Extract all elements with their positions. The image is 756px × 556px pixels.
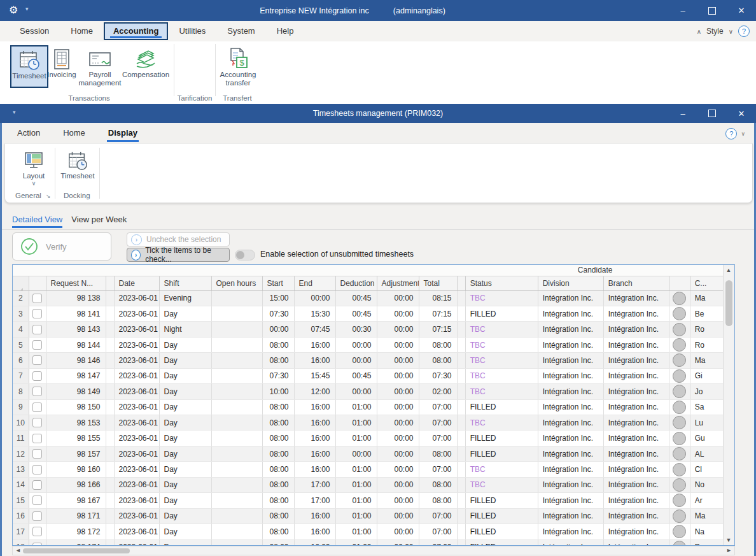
cell-division[interactable]: Intégration Inc.	[538, 368, 603, 383]
cell-adjustment[interactable]: 00:00	[377, 368, 419, 383]
cell-start[interactable]: 07:30	[262, 306, 294, 321]
dialog-tab-action[interactable]: Action	[6, 123, 52, 143]
cell-candidate[interactable]: Lu	[690, 415, 725, 431]
cell-total[interactable]: 07:15	[419, 322, 457, 337]
cell-avatar[interactable]	[669, 306, 690, 321]
cell-shift[interactable]: Day	[159, 539, 211, 546]
cell-total[interactable]: 02:00	[419, 384, 457, 399]
cell-request[interactable]: 98 171	[46, 508, 106, 524]
menu-tab-system[interactable]: System	[216, 22, 265, 41]
cell-deduction[interactable]: 01:00	[335, 477, 377, 492]
cell-end[interactable]: 12:00	[294, 384, 335, 399]
cell-adjustment[interactable]: 00:00	[377, 462, 419, 477]
cell-request[interactable]: 98 172	[46, 524, 106, 539]
row-checkbox[interactable]	[32, 495, 42, 505]
style-dropdown[interactable]: Style	[706, 27, 724, 36]
vertical-scroll-thumb[interactable]	[725, 280, 732, 326]
cell-candidate[interactable]: Ro	[690, 337, 725, 352]
cell-start[interactable]: 08:00	[262, 415, 294, 431]
cell-candidate[interactable]: Gi	[690, 368, 725, 383]
scroll-up-icon[interactable]: ▲	[724, 267, 734, 273]
cell-deduction[interactable]: 00:45	[335, 290, 377, 306]
cell-start[interactable]: 10:00	[262, 384, 294, 399]
row-checkbox[interactable]	[32, 340, 42, 350]
scroll-down-icon[interactable]: ▼	[724, 537, 734, 543]
row-checkbox[interactable]	[32, 325, 42, 334]
cell-date[interactable]: 2023-06-01	[114, 353, 159, 368]
cell-status[interactable]: FILLED	[465, 446, 538, 461]
row-checkbox-cell[interactable]	[29, 290, 46, 306]
cell-request[interactable]: 98 147	[46, 368, 106, 383]
row-checkbox-cell[interactable]	[29, 337, 46, 352]
cell-shift[interactable]: Day	[159, 415, 211, 431]
tab-view-per-week[interactable]: View per Week	[71, 215, 127, 228]
vertical-scrollbar[interactable]: ▲ ▼	[723, 265, 734, 545]
cell-candidate[interactable]: Ro	[690, 322, 725, 337]
cell-open-hours[interactable]	[211, 306, 262, 321]
cell-end[interactable]: 00:00	[294, 290, 335, 306]
row-number[interactable]: 9	[13, 399, 29, 415]
cell-avatar[interactable]	[669, 462, 690, 477]
cell-shift[interactable]: Day	[159, 337, 211, 352]
cell-end[interactable]: 15:45	[294, 368, 335, 383]
col-total[interactable]: Total	[419, 276, 457, 290]
row-checkbox[interactable]	[32, 434, 42, 443]
menu-tab-home[interactable]: Home	[60, 22, 104, 41]
cell-deduction[interactable]: 01:00	[335, 524, 377, 539]
cell-end[interactable]: 16:00	[294, 462, 335, 477]
cell-candidate[interactable]: Pa	[690, 539, 725, 546]
row-number[interactable]: 12	[13, 446, 29, 461]
cell-end[interactable]: 16:00	[294, 399, 335, 415]
row-checkbox-cell[interactable]	[29, 477, 46, 492]
cell-division[interactable]: Intégration Inc.	[538, 384, 603, 399]
row-number[interactable]: 14	[13, 477, 29, 492]
cell-total[interactable]: 08:00	[419, 493, 457, 508]
cell-deduction[interactable]: 01:00	[335, 508, 377, 524]
col-status[interactable]: Status	[465, 276, 538, 290]
row-number[interactable]: 3	[13, 306, 29, 321]
cell-shift[interactable]: Day	[159, 384, 211, 399]
menu-tab-utilities[interactable]: Utilities	[168, 22, 216, 41]
cell-open-hours[interactable]	[211, 415, 262, 431]
cell-shift[interactable]: Day	[159, 399, 211, 415]
cell-start[interactable]: 08:00	[262, 477, 294, 492]
cell-avatar[interactable]	[669, 539, 690, 546]
cell-total[interactable]: 07:30	[419, 368, 457, 383]
cell-total[interactable]: 08:15	[419, 290, 457, 306]
col-division[interactable]: Division	[538, 276, 603, 290]
row-checkbox[interactable]	[32, 371, 42, 381]
cell-end[interactable]: 16:00	[294, 337, 335, 352]
cell-request[interactable]: 98 160	[46, 462, 106, 477]
cell-status[interactable]: FILLED	[465, 431, 538, 446]
select-all-corner[interactable]	[13, 276, 29, 290]
cell-request[interactable]: 98 141	[46, 306, 106, 321]
row-checkbox[interactable]	[32, 418, 42, 427]
cell-division[interactable]: Intégration Inc.	[538, 415, 603, 431]
collapse-ribbon-icon[interactable]: ∧	[697, 28, 701, 35]
cell-division[interactable]: Intégration Inc.	[538, 477, 603, 492]
cell-deduction[interactable]: 00:30	[335, 322, 377, 337]
cell-adjustment[interactable]: 00:00	[377, 353, 419, 368]
cell-status[interactable]: TBC	[465, 290, 538, 306]
row-number[interactable]: 15	[13, 493, 29, 508]
cell-deduction[interactable]: 01:00	[335, 431, 377, 446]
row-number[interactable]: 4	[13, 322, 29, 337]
cell-deduction[interactable]: 01:00	[335, 399, 377, 415]
cell-avatar[interactable]	[669, 399, 690, 415]
dialog-minimize-button[interactable]: –	[668, 104, 697, 123]
row-checkbox[interactable]	[32, 387, 42, 396]
row-number[interactable]: 10	[13, 415, 29, 431]
cell-avatar[interactable]	[669, 493, 690, 508]
cell-avatar[interactable]	[669, 477, 690, 492]
cell-end[interactable]: 16:00	[294, 446, 335, 461]
cell-date[interactable]: 2023-06-01	[114, 337, 159, 352]
cell-branch[interactable]: Intégration Inc.	[603, 415, 669, 431]
row-number[interactable]: 7	[13, 368, 29, 383]
cell-open-hours[interactable]	[211, 353, 262, 368]
dialog-tab-display[interactable]: Display	[97, 123, 149, 143]
cell-shift[interactable]: Day	[159, 524, 211, 539]
cell-request[interactable]: 98 143	[46, 322, 106, 337]
cell-status[interactable]: TBC	[465, 322, 538, 337]
col-request[interactable]: Request N...	[46, 276, 106, 290]
col-branch[interactable]: Branch	[603, 276, 669, 290]
